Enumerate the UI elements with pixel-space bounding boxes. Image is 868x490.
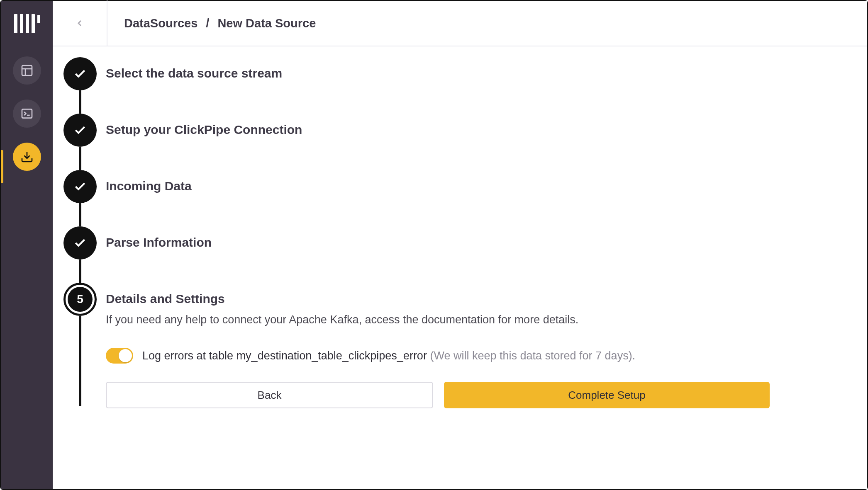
- stepper: Select the data source stream Setup your…: [63, 57, 856, 408]
- check-icon: [73, 67, 87, 80]
- header: DataSources / New Data Source: [53, 1, 867, 46]
- layout-icon: [20, 64, 34, 77]
- svg-rect-3: [22, 109, 32, 118]
- breadcrumb: DataSources / New Data Source: [124, 17, 316, 30]
- sidebar-item-layout[interactable]: [13, 56, 41, 85]
- check-icon: [73, 124, 87, 137]
- step-4: Parse Information: [63, 226, 856, 283]
- terminal-icon: [20, 107, 34, 120]
- sidebar-item-terminal[interactable]: [13, 99, 41, 128]
- breadcrumb-current: New Data Source: [217, 17, 316, 30]
- check-icon: [73, 236, 87, 250]
- step-1-label: Select the data source stream: [106, 66, 282, 80]
- step-5-description: If you need any help to connect your Apa…: [106, 313, 770, 326]
- step-2: Setup your ClickPipe Connection: [63, 114, 856, 170]
- step-2-indicator: [63, 114, 97, 147]
- breadcrumb-separator: /: [206, 17, 209, 30]
- log-errors-label: Log errors at table my_destination_table…: [142, 349, 635, 362]
- step-4-indicator: [63, 226, 97, 260]
- toggle-knob: [119, 349, 132, 362]
- log-errors-toggle[interactable]: [106, 348, 133, 364]
- sidebar: [1, 1, 53, 489]
- svg-rect-0: [22, 65, 32, 75]
- import-icon: [20, 150, 34, 163]
- step-5-label: Details and Settings: [106, 292, 770, 306]
- step-1: Select the data source stream: [63, 57, 856, 114]
- step-3: Incoming Data: [63, 170, 856, 226]
- check-icon: [73, 180, 87, 193]
- logo-icon: [14, 12, 40, 33]
- log-errors-row: Log errors at table my_destination_table…: [106, 348, 770, 364]
- step-1-indicator: [63, 57, 97, 90]
- breadcrumb-root[interactable]: DataSources: [124, 17, 197, 30]
- step-3-indicator: [63, 170, 97, 203]
- step-5-number: 5: [68, 287, 93, 312]
- step-5-indicator: 5: [63, 283, 97, 316]
- step-3-label: Incoming Data: [106, 179, 192, 193]
- back-nav-button[interactable]: [53, 0, 107, 46]
- complete-setup-button[interactable]: Complete Setup: [444, 382, 770, 408]
- sidebar-active-indicator: [1, 150, 3, 183]
- step-5: 5 Details and Settings If you need any h…: [63, 283, 856, 408]
- chevron-left-icon: [75, 18, 85, 28]
- back-button[interactable]: Back: [106, 382, 433, 408]
- step-4-label: Parse Information: [106, 235, 212, 250]
- step-2-label: Setup your ClickPipe Connection: [106, 123, 302, 137]
- sidebar-item-import[interactable]: [13, 143, 41, 171]
